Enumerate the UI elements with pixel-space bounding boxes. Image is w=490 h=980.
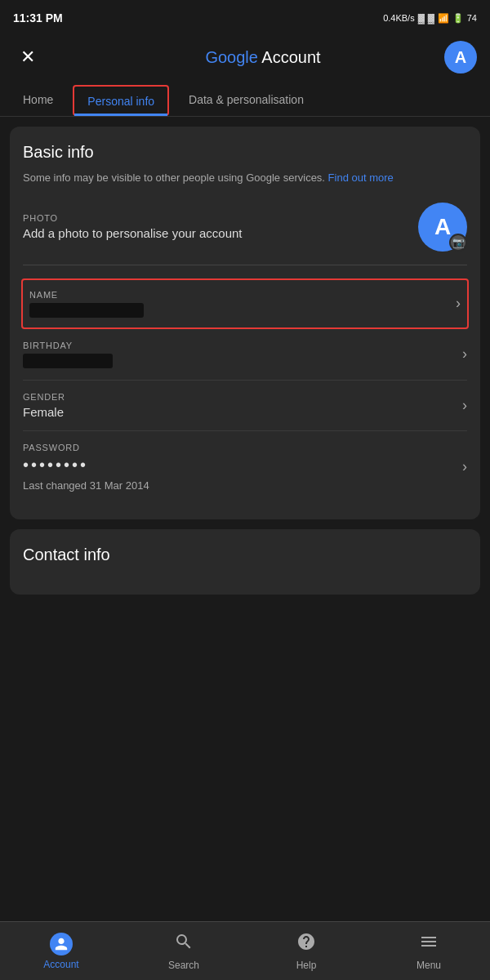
contact-info-card: Contact info xyxy=(10,529,480,595)
birthday-label: BIRTHDAY xyxy=(23,341,113,350)
tab-personal-info[interactable]: Personal info xyxy=(73,85,169,116)
header-title: Google Account xyxy=(52,48,474,67)
name-redacted xyxy=(29,303,144,318)
password-dots: •••••••• xyxy=(23,456,149,474)
tab-data-personalisation[interactable]: Data & personalisation xyxy=(172,82,320,116)
menu-icon xyxy=(419,932,439,956)
birthday-label-group: BIRTHDAY xyxy=(23,341,113,368)
gender-chevron: › xyxy=(462,397,467,414)
name-label-group: NAME xyxy=(29,290,144,318)
basic-info-card: Basic info Some info may be visible to o… xyxy=(10,127,480,519)
nav-help-label: Help xyxy=(296,960,317,971)
password-label-group: PASSWORD •••••••• Last changed 31 Mar 20… xyxy=(23,443,149,492)
photo-avatar-wrap[interactable]: A 📷 xyxy=(418,203,467,252)
photo-label: PHOTO xyxy=(23,213,243,223)
gender-label-group: GENDER Female xyxy=(23,392,65,419)
gender-label: GENDER xyxy=(23,392,65,402)
name-chevron: › xyxy=(456,295,461,312)
basic-info-description: Some info may be visible to other people… xyxy=(23,170,467,186)
battery-icon: 🔋 xyxy=(452,13,464,24)
tab-bar: Home Personal info Data & personalisatio… xyxy=(0,82,490,117)
bottom-nav: Account Search Help Menu xyxy=(0,921,490,980)
birthday-redacted xyxy=(23,354,113,368)
wifi-icon: 📶 xyxy=(438,13,449,24)
main-content: Basic info Some info may be visible to o… xyxy=(0,117,490,679)
tab-home[interactable]: Home xyxy=(7,82,69,116)
status-bar: 11:31 PM 0.4KB/s ▓ ▓ 📶 🔋 74 xyxy=(0,0,490,33)
password-last-changed: Last changed 31 Mar 2014 xyxy=(23,479,149,492)
photo-value: Add a photo to personalise your account xyxy=(23,226,243,240)
password-row[interactable]: PASSWORD •••••••• Last changed 31 Mar 20… xyxy=(23,431,467,503)
network-speed: 0.4KB/s xyxy=(383,13,415,23)
nav-help[interactable]: Help xyxy=(245,922,368,980)
find-out-more-link[interactable]: Find out more xyxy=(328,172,394,184)
account-icon xyxy=(50,933,73,956)
help-icon xyxy=(296,932,316,956)
photo-label-group: PHOTO Add a photo to personalise your ac… xyxy=(23,213,243,240)
signal-icon: ▓ xyxy=(418,13,425,23)
nav-search[interactable]: Search xyxy=(122,922,245,980)
header: ✕ Google Account A xyxy=(0,33,490,82)
nav-account-label: Account xyxy=(43,959,78,970)
password-chevron: › xyxy=(462,458,467,475)
nav-search-label: Search xyxy=(168,960,199,971)
camera-icon: 📷 xyxy=(449,234,467,252)
gender-row[interactable]: GENDER Female › xyxy=(23,381,467,431)
search-icon xyxy=(174,932,194,956)
name-label: NAME xyxy=(29,290,144,300)
birthday-row[interactable]: BIRTHDAY › xyxy=(23,329,467,381)
google-text: Google Account xyxy=(205,48,320,66)
password-label: PASSWORD xyxy=(23,443,149,452)
nav-menu[interactable]: Menu xyxy=(368,922,490,980)
nav-menu-label: Menu xyxy=(416,960,441,971)
contact-info-title: Contact info xyxy=(23,546,467,564)
status-time: 11:31 PM xyxy=(13,11,63,24)
photo-row[interactable]: PHOTO Add a photo to personalise your ac… xyxy=(23,203,467,265)
signal2-icon: ▓ xyxy=(428,13,434,23)
status-icons: 0.4KB/s ▓ ▓ 📶 🔋 74 xyxy=(383,13,477,24)
basic-info-title: Basic info xyxy=(23,143,467,162)
avatar[interactable]: A xyxy=(444,41,477,74)
nav-account[interactable]: Account xyxy=(0,922,122,980)
birthday-chevron: › xyxy=(462,345,467,363)
battery-level: 74 xyxy=(467,13,477,23)
gender-value: Female xyxy=(23,405,65,419)
name-row[interactable]: NAME › xyxy=(21,278,469,329)
close-button[interactable]: ✕ xyxy=(13,47,42,68)
